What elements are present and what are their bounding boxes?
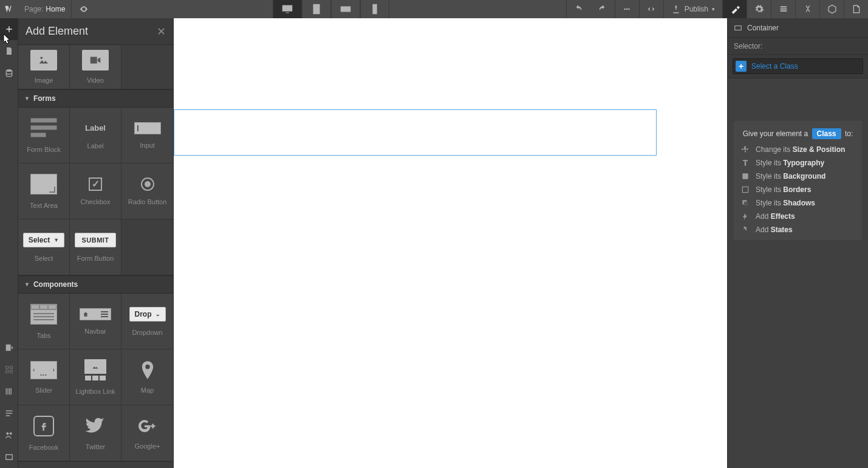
add-element-tab[interactable]	[0, 18, 18, 40]
element-form-block[interactable]: Form Block	[18, 108, 70, 163]
element-select[interactable]: Select▼ Select	[18, 219, 70, 275]
design-canvas[interactable]	[174, 18, 727, 468]
add-class-icon: +	[736, 61, 747, 72]
page-label: Page:	[18, 0, 46, 18]
label-icon: Label	[81, 121, 109, 135]
triangle-down-icon: ▼	[24, 95, 30, 102]
hint-typography: Style its Typography	[741, 159, 855, 167]
style-panel: Container Selector: + Select a Class Giv…	[727, 18, 868, 468]
element-facebook[interactable]: Facebook	[18, 405, 70, 461]
tool-2[interactable]	[0, 359, 18, 380]
panel-title: Add Element	[26, 25, 88, 38]
navigator-panel-tab[interactable]	[771, 0, 795, 18]
element-dropdown-label: Dropdown	[132, 329, 162, 336]
style-panel-tab[interactable]	[722, 0, 747, 18]
element-dropdown[interactable]: Drop⌄ Dropdown	[121, 294, 173, 349]
element-form-button-label: Form Button	[77, 255, 114, 262]
element-label[interactable]: Label Label	[70, 108, 121, 163]
tool-6[interactable]	[0, 446, 18, 468]
element-slider[interactable]: ‹›••• Slider	[18, 349, 70, 405]
redo-button[interactable]	[590, 0, 615, 18]
app-logo[interactable]	[0, 0, 18, 18]
section-forms[interactable]: ▼ Forms	[18, 89, 173, 108]
comments-button[interactable]	[615, 0, 639, 18]
hint-shadows: Style its Shadows	[741, 199, 855, 207]
map-pin-icon	[141, 361, 154, 379]
page-name[interactable]: Home	[46, 0, 71, 18]
class-placeholder: Select a Class	[751, 62, 798, 71]
undo-button[interactable]	[566, 0, 590, 18]
element-googleplus[interactable]: Google+	[121, 405, 173, 461]
pages-tab[interactable]	[0, 40, 18, 62]
element-facebook-label: Facebook	[29, 444, 58, 451]
assets-panel-tab[interactable]	[819, 0, 844, 18]
element-label-label: Label	[87, 142, 104, 150]
settings-panel-tab[interactable]	[747, 0, 771, 18]
svg-rect-8	[735, 26, 742, 30]
submit-icon: SUBMIT	[75, 233, 115, 247]
interactions-panel-tab[interactable]	[795, 0, 819, 18]
lightbox-icon	[82, 359, 109, 380]
top-toolbar: Page: Home Publish ▾	[0, 0, 868, 18]
element-select-label: Select	[35, 255, 53, 262]
navbar-icon	[80, 308, 111, 320]
pages-panel-tab[interactable]	[844, 0, 868, 18]
element-radio[interactable]: Radio Button	[121, 163, 173, 219]
code-export-button[interactable]	[639, 0, 663, 18]
tool-1[interactable]	[0, 337, 18, 359]
form-block-icon	[30, 118, 57, 139]
select-icon: Select▼	[23, 233, 64, 247]
input-icon	[134, 122, 161, 134]
publish-button[interactable]: Publish ▾	[663, 0, 722, 18]
element-textarea-label: Text Area	[30, 202, 58, 209]
section-components[interactable]: ▼ Components	[18, 275, 173, 294]
empty-cell	[121, 45, 173, 89]
element-textarea[interactable]: Text Area	[18, 163, 70, 219]
selected-container-outline[interactable]	[174, 109, 657, 156]
container-icon	[734, 24, 742, 32]
element-map[interactable]: Map	[121, 349, 173, 405]
tool-3[interactable]	[0, 380, 18, 402]
close-panel-button[interactable]: ✕	[157, 25, 166, 38]
device-switcher	[273, 0, 389, 18]
element-lightbox[interactable]: Lightbox Link	[70, 349, 121, 405]
element-checkbox[interactable]: Checkbox	[70, 163, 121, 219]
tabs-icon	[30, 304, 57, 325]
element-twitter-label: Twitter	[86, 443, 105, 450]
facebook-icon	[33, 416, 54, 436]
device-desktop[interactable]	[273, 0, 302, 18]
svg-point-1	[626, 9, 628, 10]
preview-toggle[interactable]	[71, 0, 95, 18]
element-image[interactable]: Image	[18, 45, 70, 89]
dropdown-icon: Drop⌄	[129, 307, 166, 322]
element-radio-label: Radio Button	[128, 198, 167, 205]
svg-rect-9	[742, 173, 748, 179]
breadcrumb-label: Container	[747, 24, 779, 32]
element-input[interactable]: Input	[121, 108, 173, 163]
element-tabs-label: Tabs	[36, 332, 50, 339]
element-form-button[interactable]: SUBMIT Form Button	[70, 219, 121, 275]
googleplus-icon	[138, 417, 157, 435]
element-twitter[interactable]: Twitter	[70, 405, 121, 461]
element-map-label: Map	[141, 387, 154, 394]
element-navbar[interactable]: Navbar	[70, 294, 121, 349]
svg-point-5	[9, 432, 12, 435]
device-tablet[interactable]	[302, 0, 331, 18]
image-icon	[30, 50, 57, 71]
hint-lead: Give your element a Class to:	[741, 129, 855, 138]
element-slider-label: Slider	[35, 387, 52, 394]
element-video[interactable]: Video	[70, 45, 121, 89]
element-tabs[interactable]: Tabs	[18, 294, 70, 349]
device-tablet-landscape[interactable]	[331, 0, 360, 18]
svg-rect-10	[742, 187, 748, 192]
empty-cell	[121, 219, 173, 275]
element-form-block-label: Form Block	[27, 146, 61, 153]
breadcrumb[interactable]: Container	[728, 18, 868, 38]
slider-icon: ‹›•••	[30, 361, 57, 379]
publish-label: Publish	[685, 5, 708, 13]
cms-tab[interactable]	[0, 62, 18, 84]
device-phone[interactable]	[360, 0, 389, 18]
class-selector-input[interactable]: + Select a Class	[733, 58, 863, 74]
tool-4[interactable]	[0, 402, 18, 424]
tool-5[interactable]	[0, 424, 18, 446]
